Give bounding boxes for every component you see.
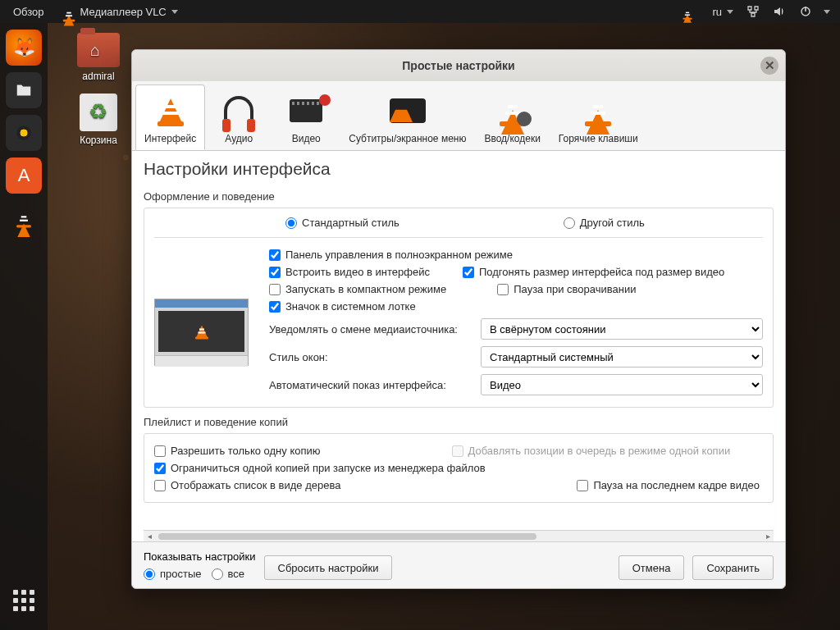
select-window-style[interactable]: Стандартный системный: [481, 346, 763, 368]
power-icon[interactable]: [792, 5, 819, 18]
skin-preview: [154, 299, 249, 366]
svg-rect-1: [805, 7, 806, 11]
chevron-down-icon: [824, 10, 830, 14]
tab-hotkeys[interactable]: Горячие клавиши: [550, 84, 647, 150]
group-look-feel-label: Оформление и поведение: [144, 190, 774, 203]
keyboard-layout-indicator[interactable]: ru: [705, 6, 740, 18]
label-window-style: Стиль окон:: [269, 351, 474, 363]
chk-enqueue: Добавлять позиции в очередь в режиме одн…: [452, 445, 731, 457]
chk-pause-last-frame[interactable]: Пауза на последнем кадре видео: [577, 479, 760, 491]
radio-all[interactable]: все: [212, 568, 245, 580]
app-menu[interactable]: Медиаплеер VLC: [51, 6, 185, 18]
tab-video[interactable]: Видео: [272, 84, 340, 150]
chevron-down-icon: [727, 10, 733, 14]
firefox-launcher[interactable]: 🦊: [6, 30, 42, 66]
chk-fullscreen-controller[interactable]: Панель управления в полноэкранном режиме: [269, 249, 513, 261]
radio-simple[interactable]: простые: [144, 568, 202, 580]
label-notify: Уведомлять о смене медиаисточника:: [269, 323, 474, 336]
radio-standard-style[interactable]: Стандартный стиль: [285, 217, 399, 229]
chk-pause-minimize[interactable]: Пауза при сворачивании: [497, 283, 636, 295]
network-icon[interactable]: [740, 5, 766, 18]
subtitle-icon: [390, 98, 426, 123]
select-notify[interactable]: В свёрнутом состоянии: [481, 318, 763, 340]
group-look-feel: Стандартный стиль Другой стиль Панель уп…: [144, 208, 774, 408]
chk-embed-video[interactable]: Встроить видео в интерфейс: [269, 266, 430, 278]
codec-icon: [497, 98, 528, 123]
volume-icon[interactable]: [766, 5, 792, 18]
select-auto-raise[interactable]: Видео: [481, 374, 763, 395]
chk-one-instance-file-manager[interactable]: Ограничиться одной копией при запуске из…: [154, 462, 763, 474]
tab-subtitles[interactable]: Субтитры/экранное меню: [340, 84, 475, 150]
close-button[interactable]: ✕: [760, 57, 778, 75]
vlc-tray-icon[interactable]: [669, 6, 705, 18]
top-panel: Обзор Медиаплеер VLC ru: [0, 0, 840, 23]
tab-input-codecs[interactable]: Ввод/кодеки: [475, 84, 549, 150]
show-apps-button[interactable]: [6, 582, 42, 619]
dialog-footer: Показывать настройки простые все Сбросит…: [132, 541, 785, 588]
dock: 🦊 A: [0, 23, 48, 630]
desktop-icons: ⌂ admiral Корзина: [66, 33, 131, 158]
tab-audio[interactable]: Аудио: [205, 84, 272, 150]
files-launcher[interactable]: [6, 72, 42, 108]
activities-button[interactable]: Обзор: [7, 6, 51, 18]
vlc-launcher[interactable]: [6, 200, 42, 236]
app-menu-label: Медиаплеер VLC: [80, 6, 167, 18]
save-button[interactable]: Сохранить: [692, 555, 774, 580]
radio-other-style[interactable]: Другой стиль: [564, 217, 645, 229]
tab-interface[interactable]: Интерфейс: [135, 84, 205, 150]
chk-one-instance[interactable]: Разрешить только одну копию: [154, 445, 321, 457]
show-settings-label: Показывать настройки: [144, 550, 256, 563]
group-playlist: Разрешить только одну копию Добавлять по…: [144, 433, 774, 503]
hotkeys-icon: [582, 98, 614, 123]
group-playlist-label: Плейлист и поведение копий: [144, 416, 774, 428]
dialog-titlebar[interactable]: Простые настройки ✕: [132, 50, 785, 81]
chevron-down-icon: [171, 10, 178, 14]
chk-resize-interface[interactable]: Подгонять размер интерфейса под размер в…: [463, 266, 724, 278]
chk-systray[interactable]: Значок в системном лотке: [269, 300, 416, 313]
home-folder-icon[interactable]: ⌂ admiral: [66, 33, 131, 82]
cone-icon: [159, 98, 182, 123]
trash-icon[interactable]: Корзина: [66, 94, 131, 146]
page-title: Настройки интерфейса: [144, 159, 774, 179]
cancel-button[interactable]: Отмена: [619, 555, 685, 580]
rhythmbox-launcher[interactable]: [6, 115, 42, 151]
label-auto-raise: Автоматический показ интерфейса:: [269, 379, 474, 391]
chk-tree-view[interactable]: Отображать список в виде дерева: [154, 479, 340, 491]
chk-minimal-mode[interactable]: Запускать в компактном режиме: [269, 283, 446, 295]
reset-button[interactable]: Сбросить настройки: [264, 555, 393, 580]
apps-grid-icon: [13, 590, 34, 611]
software-launcher[interactable]: A: [6, 158, 42, 194]
headphones-icon: [224, 96, 253, 126]
dialog-title: Простые настройки: [402, 59, 514, 72]
horizontal-scrollbar[interactable]: ◂▸: [144, 530, 774, 541]
category-tabs: Интерфейс Аудио Видео Субтитры/экранное …: [132, 81, 785, 150]
preferences-dialog: Простые настройки ✕ Интерфейс Аудио Виде…: [131, 49, 786, 589]
film-icon: [290, 99, 322, 122]
